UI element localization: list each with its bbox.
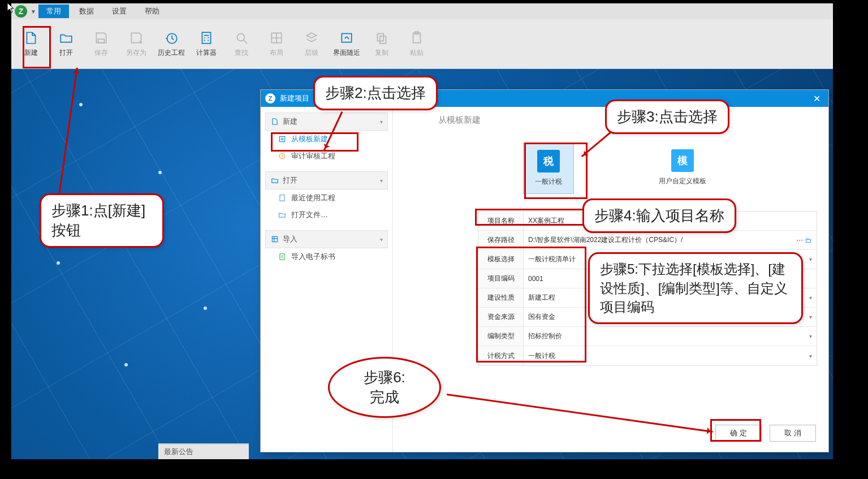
svg-point-3 [237,33,244,41]
callout-step6: 步骤6:完成 [328,357,441,418]
history-icon [163,30,179,46]
layout-label: 布局 [270,48,283,58]
layer-button: 层级 [297,30,326,58]
label-save-path: 保存路径 [478,231,524,249]
calc-label: 计算器 [196,48,217,58]
template-custom-label: 用户自定义模板 [659,176,706,186]
group-new[interactable]: 新建▾ [265,113,388,131]
svg-rect-5 [342,33,351,42]
search-icon [234,30,249,46]
new-file-icon [270,117,279,126]
menubar: Z ▼ 常用 数据 设置 帮助 [11,3,833,19]
svg-rect-6 [377,33,383,41]
copy-label: 复制 [375,48,388,58]
cancel-button[interactable]: 取 消 [770,425,816,442]
label-project-code: 项目编码 [478,269,524,288]
template-general-tax[interactable]: 税 一般计税 [523,143,574,194]
ribbon-toolbar: 新建 打开 保存 另存为 历史工程 计算器 查找 布局 [11,19,833,69]
chevron-down-icon: ▾ [380,119,383,125]
recent-icon [278,193,287,202]
recent-ui-button[interactable]: 界面随近 [332,30,361,58]
paste-label: 粘贴 [410,48,424,58]
saveas-label: 另存为 [126,48,146,58]
new-file-icon [23,30,39,46]
layer-label: 层级 [305,48,318,58]
svg-rect-7 [380,36,386,44]
select-type[interactable]: 招标控制价▾ [524,327,817,346]
chevron-down-icon: ▾ [809,314,812,320]
custom-template-icon: 模 [671,149,694,172]
ebid-icon [278,252,287,261]
ellipsis-icon[interactable]: ⋯ [796,236,803,244]
label-template: 模板选择 [478,250,524,269]
sidebar-item-recent[interactable]: 最近使用工程 [265,189,388,206]
menu-help[interactable]: 帮助 [137,5,167,18]
svg-point-11 [281,138,283,140]
save-icon [93,30,109,46]
paste-button: 粘贴 [403,30,431,58]
saveas-icon [128,30,144,46]
svg-rect-0 [98,39,105,43]
app-logo-icon: Z [15,5,27,18]
find-button: 查找 [227,30,256,58]
label-nature: 建设性质 [478,288,524,307]
layers-icon [304,30,319,46]
label-project-name: 项目名称 [478,212,524,230]
label-type: 编制类型 [478,327,524,346]
chevron-down-icon: ▾ [380,236,383,243]
svg-rect-10 [279,136,284,141]
callout-step1: 步骤1:点[新建]按钮 [40,193,164,248]
chevron-down-icon: ▾ [809,333,812,339]
template-general-label: 一般计税 [535,177,562,187]
tax-icon: 税 [537,150,560,172]
recent-ui-label: 界面随近 [333,48,360,58]
paste-icon [409,30,425,46]
open-button[interactable]: 打开 [52,30,80,58]
select-tax[interactable]: 一般计税▾ [524,346,817,365]
chevron-down-icon: ▾ [809,256,812,262]
calculator-button[interactable]: 计算器 [192,30,221,58]
menu-settings[interactable]: 设置 [104,5,135,18]
svg-rect-13 [280,195,284,201]
svg-rect-2 [202,32,210,44]
history-button[interactable]: 历史工程 [157,30,185,58]
menu-common[interactable]: 常用 [38,5,69,18]
folder-icon [270,176,279,185]
chevron-down-icon: ▾ [809,295,812,301]
find-label: 查找 [235,48,248,58]
app-window: Z ▼ 常用 数据 设置 帮助 新建 打开 保存 另存为 历史工程 计算器 [8,0,836,463]
group-open[interactable]: 打开▾ [265,171,388,189]
grid-icon [269,30,284,46]
sidebar-item-open-file[interactable]: 打开文件… [265,206,388,223]
folder-open-icon [58,30,74,46]
template-icon [278,135,287,144]
ok-button[interactable]: 确 定 [715,425,762,442]
cursor-icon [7,2,16,14]
copy-icon [374,30,390,46]
group-import[interactable]: 导入▾ [265,230,388,248]
logo-dropdown-icon[interactable]: ▼ [31,8,36,15]
callout-step4: 步骤4:输入项目名称 [582,198,736,233]
folder-browse-icon[interactable]: 🗀 [805,236,812,244]
open-label: 打开 [59,48,73,58]
new-button[interactable]: 新建 [17,30,45,58]
calculator-icon [198,30,214,46]
callout-step3: 步骤3:点击选择 [605,100,729,134]
layout-button: 布局 [262,30,291,58]
copy-button: 复制 [368,30,396,58]
chevron-down-icon: ▾ [809,353,812,359]
svg-rect-14 [272,236,277,241]
input-save-path[interactable]: D:\智多星软件\湖南2022建设工程计价（CPS&IC）/ ⋯🗀 [524,231,817,249]
save-label: 保存 [94,48,108,58]
callout-step2: 步骤2:点击选择 [313,76,438,110]
template-custom[interactable]: 模 用户自定义模板 [647,143,718,194]
import-icon [270,235,279,244]
new-label: 新建 [24,48,38,58]
label-tax: 计税方式 [478,346,524,365]
sidebar-item-import-ebid[interactable]: 导入电子标书 [265,248,388,265]
notice-bar: 最新公告 [158,443,249,459]
history-label: 历史工程 [158,48,185,58]
close-button[interactable]: ✕ [805,90,828,107]
label-fund: 资金来源 [478,308,524,326]
menu-data[interactable]: 数据 [71,5,102,18]
